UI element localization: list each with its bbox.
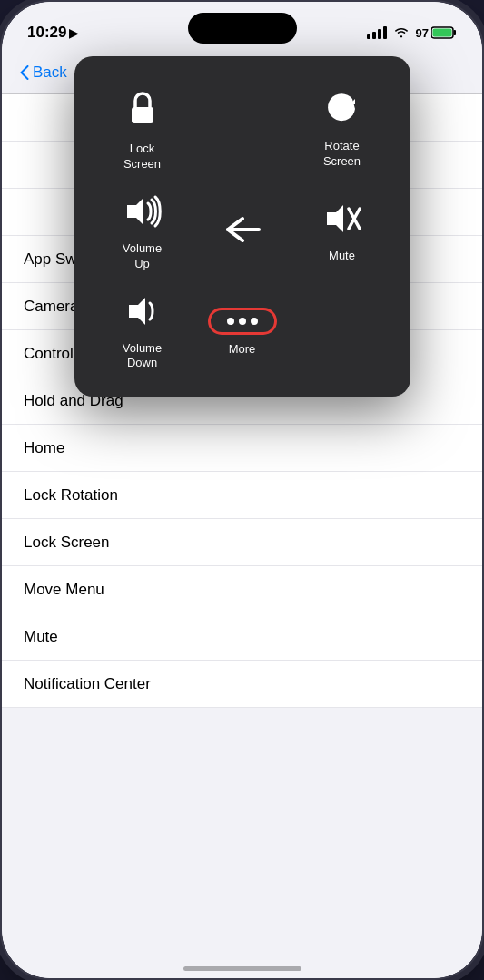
popup-item-volume-up[interactable]: VolumeUp xyxy=(93,183,193,283)
more-button-box[interactable] xyxy=(208,308,277,335)
more-dot-1 xyxy=(227,318,234,325)
svg-rect-2 xyxy=(433,29,452,37)
popup-item-mute[interactable]: Mute xyxy=(292,183,392,283)
battery-level: 97 xyxy=(416,26,429,40)
popup-item-rotate-screen[interactable]: RotateScreen xyxy=(292,78,392,183)
list-item-home[interactable]: Home xyxy=(2,425,482,472)
svg-rect-1 xyxy=(454,30,457,35)
popup-item-volume-down[interactable]: VolumeDown xyxy=(93,283,193,383)
svg-marker-9 xyxy=(129,298,145,325)
volume-down-label: VolumeDown xyxy=(123,341,162,372)
volume-down-icon xyxy=(125,294,160,334)
svg-marker-4 xyxy=(127,198,143,225)
time-display: 10:29 xyxy=(27,24,66,42)
arrow-left-icon xyxy=(224,215,261,251)
volume-up-label: VolumeUp xyxy=(123,241,162,272)
status-time: 10:29 ▶ xyxy=(27,24,78,42)
volume-up-icon xyxy=(123,194,162,234)
more-dot-2 xyxy=(239,318,246,325)
mute-icon xyxy=(323,201,361,241)
popup-item-back[interactable] xyxy=(193,183,292,283)
lock-screen-label: LockScreen xyxy=(123,142,161,172)
back-button[interactable]: Back xyxy=(20,64,67,82)
more-dots xyxy=(227,318,258,325)
back-label: Back xyxy=(33,64,67,82)
battery-icon: 97 xyxy=(416,26,457,40)
popup-item-more[interactable]: More xyxy=(193,283,292,383)
lock-icon xyxy=(126,89,159,134)
more-label: More xyxy=(229,342,256,358)
list-item-notification-center[interactable]: Notification Center xyxy=(2,661,482,708)
mute-label: Mute xyxy=(329,249,355,264)
popup-grid: LockScreen RotateScreen xyxy=(93,78,392,382)
phone-frame: 10:29 ▶ 97 xyxy=(0,0,484,980)
svg-marker-6 xyxy=(327,205,343,232)
rotate-screen-label: RotateScreen xyxy=(323,139,361,170)
list-item-lock-rotation[interactable]: Lock Rotation xyxy=(2,472,482,519)
popup-item-empty-top xyxy=(193,78,292,183)
popup-item-empty-bottom xyxy=(292,283,392,383)
wifi-icon xyxy=(393,25,410,41)
home-indicator xyxy=(183,966,301,971)
rotate-icon xyxy=(325,92,360,132)
dynamic-island xyxy=(188,13,297,44)
popup-item-lock-screen[interactable]: LockScreen xyxy=(93,78,193,183)
phone-screen: 10:29 ▶ 97 xyxy=(2,2,482,978)
popup-menu: LockScreen RotateScreen xyxy=(74,56,410,397)
more-dot-3 xyxy=(251,318,258,325)
status-icons: 97 xyxy=(367,25,457,41)
list-item-lock-screen[interactable]: Lock Screen xyxy=(2,519,482,566)
signal-icon xyxy=(367,26,387,39)
list-item-move-menu[interactable]: Move Menu xyxy=(2,566,482,613)
svg-rect-3 xyxy=(132,107,153,123)
location-icon: ▶ xyxy=(69,26,78,40)
list-item-mute[interactable]: Mute xyxy=(2,613,482,661)
